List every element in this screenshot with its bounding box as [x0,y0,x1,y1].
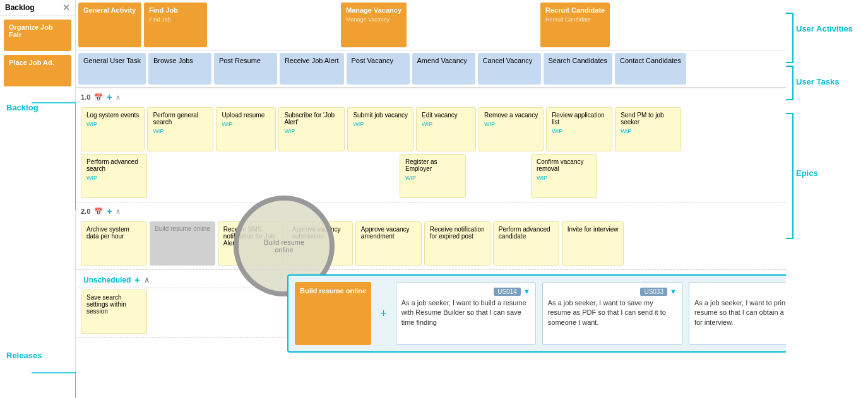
story-dropdown-2[interactable]: ▼ [670,288,677,296]
backlog-title: Backlog [5,3,35,12]
popup-story-1-header: US014 ▼ [401,288,530,296]
story-invite-interview[interactable]: Invite for interview [562,221,624,266]
story-register-employer[interactable]: Register as Employer WIP [400,154,466,198]
backlog-card-place[interactable]: Place Job Ad. [4,55,71,86]
task-contact-candidates[interactable]: Contact Candidates [615,53,686,85]
epics-row: General Activity Find Job Find Job Manag… [76,0,786,50]
epic-manage-vacancy[interactable]: Manage Vacancy Manage Vacancy [341,3,407,47]
epic-recruit-candidate[interactable]: Recruit Candidate Recruit Candidate [540,3,610,47]
detail-popup: Build resume online + US014 ▼ As a job s… [287,274,786,353]
backlog-card-organize[interactable]: Organize Job Fair [4,20,71,51]
story-review-application[interactable]: Review application list WIP [546,107,612,151]
connector-svg [25,90,76,216]
unscheduled-add-button[interactable]: + [134,275,140,285]
story-dropdown-1[interactable]: ▼ [523,288,530,296]
task-post-resume[interactable]: Post Resume [214,53,277,85]
release-2-add-button[interactable]: + [107,206,112,216]
popup-story-1[interactable]: US014 ▼ As a job seeker, I want to build… [396,282,536,345]
epics-label: Epics [794,163,821,183]
close-icon[interactable]: ✕ [62,3,70,13]
calendar-icon: 📅 [94,93,103,102]
content-area: General Activity Find Job Find Job Manag… [76,0,786,398]
task-browse-jobs[interactable]: Browse Jobs [148,53,211,85]
release-2-collapse-button[interactable]: ∧ [116,208,121,216]
task-general-user[interactable]: General User Task [78,53,146,85]
story-id-1: US014 [494,288,521,296]
release-2-row: 2.0 📅 + ∧ Archive system data per hour B… [76,202,786,270]
popup-add-button[interactable]: + [380,307,387,320]
popup-main-card[interactable]: Build resume online [295,282,371,345]
story-build-resume-grey[interactable]: Build resume online [150,221,215,266]
user-activities-bracket [786,13,794,63]
unscheduled-label: Unscheduled [83,276,131,284]
release-1-cards: Log system events WIP Perform general se… [78,106,783,199]
story-confirm-removal[interactable]: Confirm vacancy removal WIP [531,154,597,198]
task-search-candidates[interactable]: Search Candidates [544,53,613,85]
user-tasks-bracket [786,66,794,100]
user-tasks-label: User Tasks [794,72,841,91]
right-panel: User Activities User Tasks Epics [786,0,868,398]
task-receive-job[interactable]: Receive Job Alert [280,53,344,85]
release-1-row: 1.0 📅 + ∧ Log system events WIP Perform … [76,88,786,202]
story-perform-advanced[interactable]: Perform advanced search WIP [81,154,147,198]
story-log-events[interactable]: Log system events WIP [81,107,145,151]
story-approve-submission[interactable]: Approve vacancy submission [287,221,353,266]
story-approve-amendment[interactable]: Approve vacancy amendment [355,221,422,266]
story-subscribe-job-alert[interactable]: Subscribe for 'Job Alert' WIP [278,107,345,151]
story-save-search[interactable]: Save search settings within session [81,290,147,334]
popup-story-2[interactable]: US033 ▼ As a job seeker, I want to save … [542,282,682,345]
story-perform-advanced-candidate[interactable]: Perform advanced candidate [493,221,559,266]
user-tasks-row: General User Task Browse Jobs Post Resum… [76,50,786,88]
release-2-num: 2.0 [81,208,90,215]
story-upload-resume[interactable]: Upload resume WIP [216,107,276,151]
story-receive-sms[interactable]: Receive SMS notification for Job Alert [218,221,284,266]
task-cancel-vacancy[interactable]: Cancel Vacancy [478,53,541,85]
release-1-collapse-button[interactable]: ∧ [116,93,121,102]
story-archive-data[interactable]: Archive system data per hour [81,221,147,266]
epic-find-job[interactable]: Find Job Find Job [144,3,207,47]
popup-story-2-header: US033 ▼ [548,288,677,296]
backlog-header: Backlog ✕ [0,0,75,16]
story-send-pm[interactable]: Send PM to job seeker WIP [615,107,681,151]
story-receive-notification[interactable]: Receive notification for expired post [424,221,490,266]
release-1-header: 1.0 📅 + ∧ [78,91,783,103]
popup-story-2-text: As a job seeker, I want to save my resum… [548,298,677,327]
epic-general-activity[interactable]: General Activity [78,3,141,47]
popup-story-3[interactable]: US034 ▼ As a job seeker, I want to print… [689,282,786,345]
releases-connector [25,335,76,398]
story-remove-vacancy[interactable]: Remove a vacancy WIP [479,107,544,151]
release-2-header: 2.0 📅 + ∧ [78,205,783,218]
story-id-2: US033 [640,288,667,296]
task-amend-vacancy[interactable]: Amend Vacancy [412,53,475,85]
popup-story-3-text: As a job seeker, I want to print my resu… [694,298,786,327]
unscheduled-collapse[interactable]: ∧ [144,276,150,284]
epics-bracket [786,113,794,239]
release-1-num: 1.0 [81,93,90,101]
calendar-icon-2: 📅 [94,208,103,216]
task-post-vacancy[interactable]: Post Vacancy [347,53,410,85]
story-edit-vacancy[interactable]: Edit vacancy WIP [416,107,476,151]
popup-story-3-header: US034 ▼ [694,288,786,296]
release-2-cards: Archive system data per hour Build resum… [78,220,783,267]
story-perform-general[interactable]: Perform general search WIP [147,107,213,151]
release-1-add-button[interactable]: + [107,92,112,102]
popup-story-1-text: As a job seeker, I want to build a resum… [401,298,530,327]
user-activities-label: User Activities [794,19,855,38]
backlog-sidebar: Backlog ✕ Organize Job Fair Place Job Ad… [0,0,76,398]
story-submit-job-vacancy[interactable]: Submit job vacancy WIP [347,107,413,151]
